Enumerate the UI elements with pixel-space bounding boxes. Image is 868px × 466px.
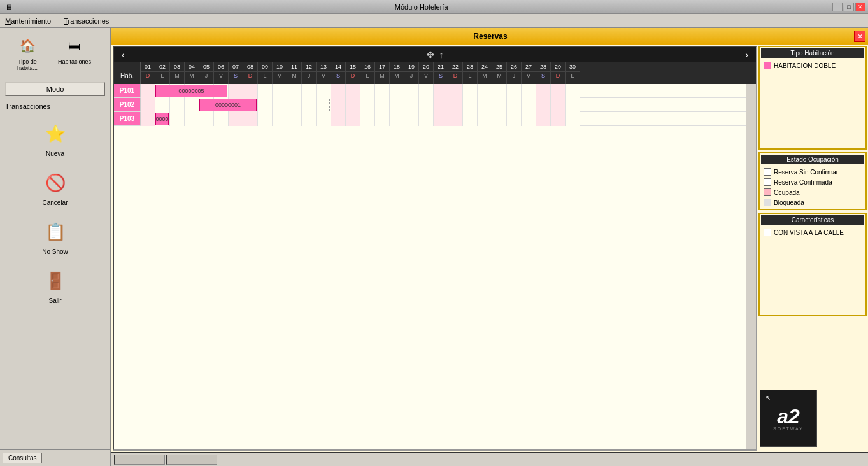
cancelar-button[interactable]: 🚫 Cancelar: [0, 162, 110, 211]
day-cell[interactable]: [522, 84, 536, 98]
tipo-habitacion-button[interactable]: 🏠 Tipo de habita...: [5, 32, 50, 74]
day-cell[interactable]: [302, 112, 317, 126]
day-cell[interactable]: [434, 98, 448, 112]
day-cell[interactable]: [492, 112, 507, 126]
day-cell[interactable]: [346, 98, 360, 112]
minimize-button[interactable]: _: [832, 3, 843, 11]
day-cell[interactable]: [229, 84, 243, 98]
day-cell[interactable]: [434, 112, 448, 126]
day-cell[interactable]: [478, 98, 492, 112]
day-cell[interactable]: [170, 98, 185, 112]
day-cell[interactable]: [214, 112, 229, 126]
day-cell[interactable]: [463, 112, 478, 126]
booking-P101[interactable]: 00000005: [155, 85, 227, 97]
next-button[interactable]: ›: [740, 50, 753, 60]
day-cell[interactable]: [360, 98, 375, 112]
day-cell[interactable]: [536, 112, 551, 126]
day-cell[interactable]: [536, 98, 551, 112]
day-cell[interactable]: [566, 98, 580, 112]
day-cell[interactable]: [258, 98, 273, 112]
prev-button[interactable]: ‹: [117, 50, 130, 60]
day-cell[interactable]: [346, 84, 360, 98]
day-cell[interactable]: [229, 112, 243, 126]
day-cell[interactable]: [404, 112, 419, 126]
day-cell[interactable]: [185, 112, 199, 126]
estado-check-1[interactable]: [764, 168, 771, 176]
day-cell[interactable]: [375, 84, 390, 98]
day-cell[interactable]: [404, 98, 419, 112]
day-cell[interactable]: [258, 84, 273, 98]
day-cell[interactable]: [419, 84, 434, 98]
day-cell[interactable]: [566, 112, 580, 126]
day-cell[interactable]: [331, 84, 346, 98]
estado-check-2[interactable]: [764, 178, 771, 186]
day-cell[interactable]: [287, 98, 302, 112]
day-cell[interactable]: [551, 112, 566, 126]
nueva-button[interactable]: ⭐ Nueva: [0, 113, 110, 162]
day-cell[interactable]: [463, 84, 478, 98]
table-row[interactable]: P103000001: [114, 112, 746, 126]
day-cell[interactable]: [390, 112, 404, 126]
menu-transacciones[interactable]: Transacciones: [61, 16, 111, 26]
day-cell[interactable]: [536, 84, 551, 98]
day-cell[interactable]: [478, 112, 492, 126]
day-cell[interactable]: [141, 98, 155, 112]
day-cell[interactable]: [331, 98, 346, 112]
day-cell[interactable]: [360, 84, 375, 98]
day-cell[interactable]: [492, 98, 507, 112]
day-cell[interactable]: [507, 98, 522, 112]
booking-P103[interactable]: 000001: [155, 113, 169, 125]
day-cell[interactable]: [287, 112, 302, 126]
day-cell[interactable]: [522, 98, 536, 112]
day-cell[interactable]: [507, 84, 522, 98]
day-cell[interactable]: [199, 112, 214, 126]
day-cell[interactable]: [522, 112, 536, 126]
maximize-button[interactable]: □: [844, 3, 854, 11]
day-cell[interactable]: [273, 98, 287, 112]
day-cell[interactable]: [331, 112, 346, 126]
day-cell[interactable]: [419, 112, 434, 126]
consultas-button[interactable]: Consultas: [3, 453, 42, 463]
day-cell[interactable]: [141, 84, 155, 98]
modo-button[interactable]: Modo: [5, 82, 105, 96]
day-cell[interactable]: [273, 112, 287, 126]
day-cell[interactable]: [243, 112, 258, 126]
day-cell[interactable]: [492, 84, 507, 98]
day-cell[interactable]: [390, 98, 404, 112]
day-cell[interactable]: [360, 112, 375, 126]
booking-P102[interactable]: [317, 99, 330, 111]
day-cell[interactable]: [287, 84, 302, 98]
day-cell[interactable]: [507, 112, 522, 126]
day-cell[interactable]: [566, 84, 580, 98]
day-cell[interactable]: [375, 112, 390, 126]
day-cell[interactable]: [551, 98, 566, 112]
day-cell[interactable]: [273, 84, 287, 98]
no-show-button[interactable]: 📋 No Show: [0, 211, 110, 260]
menu-mantenimiento[interactable]: Mantenimiento: [3, 16, 53, 26]
day-cell[interactable]: [434, 84, 448, 98]
vertical-scrollbar[interactable]: [746, 84, 756, 449]
day-cell[interactable]: [404, 84, 419, 98]
day-cell[interactable]: [448, 84, 463, 98]
day-cell[interactable]: [170, 112, 185, 126]
day-cell[interactable]: [390, 84, 404, 98]
day-cell[interactable]: [317, 84, 331, 98]
habitaciones-button[interactable]: 🛏 Habitaciones: [52, 32, 97, 74]
day-cell[interactable]: [302, 98, 317, 112]
day-cell[interactable]: [317, 112, 331, 126]
reservas-close-button[interactable]: ✕: [854, 31, 865, 42]
day-cell[interactable]: [302, 84, 317, 98]
day-cell[interactable]: [448, 98, 463, 112]
salir-button[interactable]: 🚪 Salir: [0, 260, 110, 309]
day-cell[interactable]: [243, 84, 258, 98]
day-cell[interactable]: [185, 98, 199, 112]
caract-check-1[interactable]: [764, 229, 771, 236]
day-cell[interactable]: [448, 112, 463, 126]
day-cell[interactable]: [375, 98, 390, 112]
day-cell[interactable]: [419, 98, 434, 112]
day-cell[interactable]: [463, 98, 478, 112]
close-button[interactable]: ✕: [855, 3, 865, 11]
day-cell[interactable]: [155, 98, 170, 112]
table-row[interactable]: P10200000001: [114, 98, 746, 112]
booking-P102[interactable]: 00000001: [199, 99, 257, 111]
